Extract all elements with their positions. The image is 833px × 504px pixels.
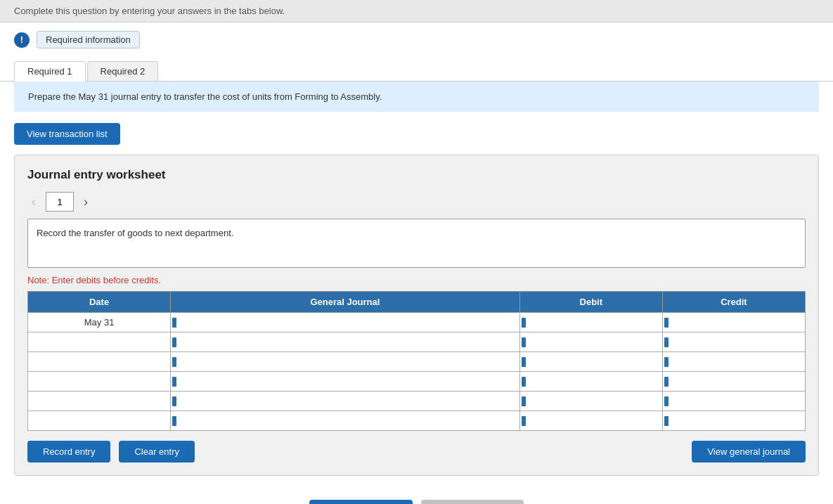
credit-cell-4[interactable] <box>662 372 805 392</box>
next-question-button[interactable]: Next question > <box>421 500 524 504</box>
nav-number-input[interactable] <box>46 192 74 212</box>
tab-required-1[interactable]: Required 1 <box>14 61 86 82</box>
credit-input-2[interactable] <box>663 332 805 351</box>
gj-input-4[interactable] <box>171 372 519 391</box>
cell-indicator <box>172 377 176 387</box>
journal-worksheet: Journal entry worksheet ‹ › Record the t… <box>14 155 819 476</box>
debit-input-5[interactable] <box>520 392 662 411</box>
cell-indicator <box>664 318 669 328</box>
clear-entry-button[interactable]: Clear entry <box>119 441 195 463</box>
credit-input-5[interactable] <box>663 392 805 411</box>
credit-cell-1[interactable] <box>662 313 805 332</box>
description-box: Record the transfer of goods to next dep… <box>27 219 806 268</box>
gj-input-5[interactable] <box>171 392 519 411</box>
nav-next-button[interactable]: › <box>79 193 92 211</box>
tab-required-2[interactable]: Required 2 <box>87 61 159 81</box>
worksheet-title: Journal entry worksheet <box>27 168 806 182</box>
table-row <box>28 411 806 431</box>
gj-cell-1[interactable] <box>171 313 520 332</box>
credit-cell-5[interactable] <box>662 392 805 411</box>
nav-row: ‹ › <box>27 192 806 212</box>
debit-input-2[interactable] <box>520 332 662 351</box>
debit-input-1[interactable] <box>520 313 662 332</box>
gj-cell-2[interactable] <box>171 332 520 352</box>
col-header-gj: General Journal <box>171 292 520 313</box>
gj-cell-5[interactable] <box>171 392 520 411</box>
date-cell-6 <box>28 411 171 431</box>
cell-indicator <box>664 396 669 406</box>
buttons-row: Record entry Clear entry View general jo… <box>27 441 806 463</box>
top-bar: Complete this question by entering your … <box>0 0 833 22</box>
cell-indicator <box>522 377 526 387</box>
debit-cell-3[interactable] <box>519 352 662 372</box>
cell-indicator <box>172 357 176 367</box>
instruction-box: Prepare the May 31 journal entry to tran… <box>14 82 819 112</box>
table-row <box>28 332 806 352</box>
gj-input-2[interactable] <box>171 332 519 351</box>
cell-indicator <box>522 396 526 406</box>
info-icon: ! <box>14 32 30 48</box>
journal-table: Date General Journal Debit Credit May 31 <box>27 291 806 431</box>
cell-indicator <box>172 396 176 406</box>
credit-cell-3[interactable] <box>662 352 805 372</box>
gj-cell-6[interactable] <box>171 411 520 431</box>
debit-input-6[interactable] <box>520 411 662 430</box>
credit-input-1[interactable] <box>663 313 805 332</box>
debit-cell-6[interactable] <box>519 411 662 431</box>
table-row <box>28 372 806 392</box>
record-entry-button[interactable]: Record entry <box>27 441 110 463</box>
debit-cell-4[interactable] <box>519 372 662 392</box>
credit-cell-6[interactable] <box>662 411 805 431</box>
col-header-credit: Credit <box>662 292 805 313</box>
table-row: May 31 <box>28 313 806 332</box>
tabs-row: Required 1 Required 2 <box>0 54 833 82</box>
table-row <box>28 392 806 411</box>
cell-indicator <box>664 337 669 347</box>
date-cell-3 <box>28 352 171 372</box>
date-cell-5 <box>28 392 171 411</box>
prev-question-button[interactable]: < Prev question <box>309 500 413 504</box>
credit-input-3[interactable] <box>663 352 805 371</box>
page-wrapper: Complete this question by entering your … <box>0 0 833 504</box>
debit-cell-5[interactable] <box>519 392 662 411</box>
gj-cell-3[interactable] <box>171 352 520 372</box>
credit-input-4[interactable] <box>663 372 805 391</box>
cell-indicator <box>664 416 669 426</box>
credit-cell-2[interactable] <box>662 332 805 352</box>
credit-input-6[interactable] <box>663 411 805 430</box>
col-header-date: Date <box>28 292 171 313</box>
debit-input-4[interactable] <box>520 372 662 391</box>
debit-input-3[interactable] <box>520 352 662 371</box>
cell-indicator <box>172 337 176 347</box>
cell-indicator <box>664 357 669 367</box>
required-info-bar: ! Required information <box>0 22 833 49</box>
cell-indicator <box>522 337 526 347</box>
gj-input-1[interactable] <box>171 313 519 332</box>
gj-input-3[interactable] <box>171 352 519 371</box>
cell-indicator <box>522 318 526 328</box>
debit-cell-2[interactable] <box>519 332 662 352</box>
view-transaction-button[interactable]: View transaction list <box>14 123 120 145</box>
view-general-journal-button[interactable]: View general journal <box>692 441 806 463</box>
nav-prev-button[interactable]: ‹ <box>27 193 40 211</box>
cell-indicator <box>664 377 669 387</box>
debit-cell-1[interactable] <box>519 313 662 332</box>
bottom-nav-row: < Prev question Next question > <box>0 490 833 504</box>
gj-cell-4[interactable] <box>171 372 520 392</box>
top-bar-text: Complete this question by entering your … <box>14 6 285 16</box>
gj-input-6[interactable] <box>171 411 519 430</box>
cell-indicator <box>172 318 176 328</box>
cell-indicator <box>172 416 176 426</box>
date-cell-4 <box>28 372 171 392</box>
content-area: View transaction list Journal entry work… <box>0 120 833 490</box>
required-info-badge: Required information <box>37 31 140 49</box>
note-text: Note: Enter debits before credits. <box>27 275 806 285</box>
date-cell-2 <box>28 332 171 352</box>
table-row <box>28 352 806 372</box>
cell-indicator <box>522 357 526 367</box>
cell-indicator <box>522 416 526 426</box>
date-cell-1: May 31 <box>28 313 171 332</box>
col-header-debit: Debit <box>519 292 662 313</box>
